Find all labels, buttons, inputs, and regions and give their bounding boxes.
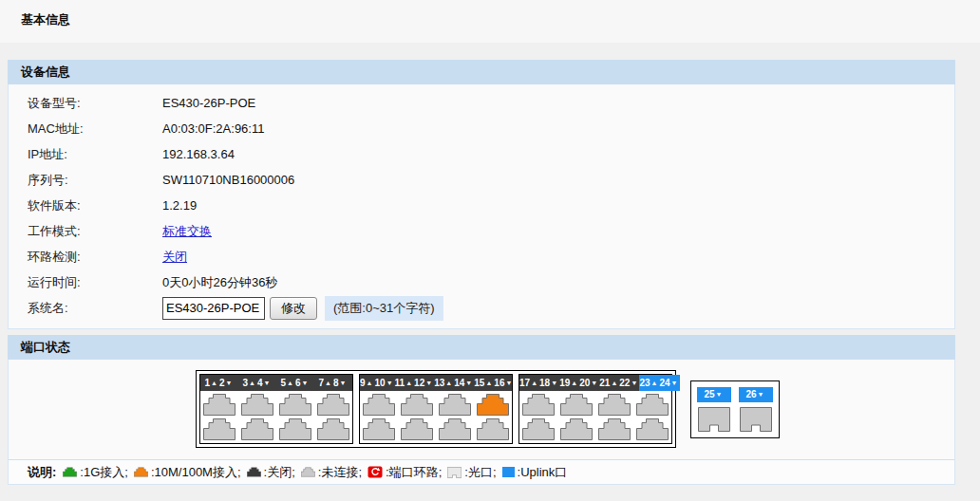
- port-pair-label: 3▲4▼: [238, 375, 276, 391]
- up-triangle-icon: ▲: [211, 380, 217, 386]
- uplink-port-26: 26▼: [739, 387, 773, 432]
- port-number: 14: [454, 378, 464, 388]
- port-icon-12: [401, 418, 433, 440]
- port-pair-label: 21▲22▼: [599, 375, 639, 391]
- down-triangle-icon: ▼: [386, 380, 393, 386]
- legend-item-text: :光口;: [464, 464, 496, 481]
- top-bar: 基本信息: [0, 0, 980, 43]
- port-pair-label: 19▲20▼: [559, 375, 599, 391]
- port-pair-uplink: 23▲24▼: [639, 375, 679, 391]
- legend-item: :1G接入;: [60, 464, 131, 481]
- port-number: 6: [295, 378, 301, 388]
- info-row: 软件版本:1.2.19: [9, 193, 954, 218]
- legend-item: :端口环路;: [365, 464, 444, 481]
- info-row: MAC地址:A0:03:0F:2A:96:11: [9, 116, 954, 141]
- up-triangle-icon: ▲: [325, 380, 331, 386]
- port-icon-21: [598, 394, 631, 416]
- info-row: 序列号:SW110710NB16000006: [9, 167, 954, 193]
- up-triangle-icon: ▲: [611, 380, 617, 386]
- port-group-body: [519, 391, 671, 443]
- port-icon-1: [203, 394, 236, 416]
- port-icon-23: [636, 394, 669, 416]
- device-info-section: 设备信息 设备型号:ES430-26P-POEMAC地址:A0:03:0F:2A…: [8, 60, 955, 329]
- port-pair-label: 11▲12▼: [395, 375, 435, 391]
- port-number: 7: [319, 378, 325, 388]
- port-number: 8: [333, 378, 339, 388]
- port-icon-5: [279, 394, 311, 416]
- info-row-label: 序列号:: [9, 172, 162, 189]
- modify-button[interactable]: 修改: [270, 297, 317, 320]
- info-row-label: MAC地址:: [9, 121, 162, 138]
- legend-item-text: :Uplink口: [518, 464, 568, 481]
- info-row-link[interactable]: 标准交换: [162, 223, 212, 240]
- port-number: 12: [414, 378, 424, 388]
- info-row-label: 设备型号:: [9, 95, 162, 112]
- port-pair-label: 17▲18▼: [519, 375, 559, 391]
- port-group-header: 9▲10▼11▲12▼13▲14▼15▲16▼: [360, 375, 512, 391]
- down-triangle-icon: ▼: [758, 391, 764, 398]
- port-group-header: 1▲2▼3▲4▼5▲6▼7▲8▼: [200, 375, 352, 391]
- info-row-value: ES430-26P-POE: [162, 96, 255, 110]
- port-number: 26: [745, 389, 756, 399]
- port-icon-2: [203, 418, 236, 440]
- up-triangle-icon: ▲: [405, 380, 412, 386]
- port-number: 1: [205, 378, 211, 388]
- port-group-body: [200, 391, 352, 443]
- port-icon-10: [363, 418, 395, 440]
- port-group-body: [360, 391, 512, 443]
- port-group-header: 17▲18▼19▲20▼21▲22▼23▲24▼: [519, 375, 671, 391]
- port-pair-label: 9▲10▼: [360, 375, 395, 391]
- info-row-link[interactable]: 关闭: [162, 249, 187, 266]
- info-row: IP地址:192.168.3.64: [9, 141, 954, 167]
- main-panel: 设备信息 设备型号:ES430-26P-POEMAC地址:A0:03:0F:2A…: [8, 60, 955, 485]
- sfp-port-icon-26: [740, 407, 772, 432]
- legend-item-text: :未连接;: [318, 464, 362, 481]
- port-group-2: 9▲10▼11▲12▼13▲14▼15▲16▼: [359, 374, 513, 444]
- legend-item: :Uplink口: [499, 464, 571, 481]
- info-row: 设备型号:ES430-26P-POE: [9, 90, 954, 116]
- port-number: 17: [519, 378, 530, 388]
- info-row-value: 192.168.3.64: [162, 147, 235, 161]
- legend-100m-icon: [134, 467, 148, 477]
- port-pair-label: 15▲16▼: [474, 375, 514, 391]
- port-icon-22: [598, 418, 631, 440]
- legend-item-text: :端口环路;: [386, 464, 442, 481]
- info-row-value: A0:03:0F:2A:96:11: [162, 121, 264, 136]
- port-number: 13: [434, 378, 444, 388]
- down-triangle-icon: ▼: [551, 380, 557, 386]
- port-pair-label: 1▲2▼: [200, 375, 238, 391]
- down-triangle-icon: ▼: [264, 380, 271, 386]
- legend-item-text: :1G接入;: [80, 464, 128, 481]
- port-icon-24: [636, 418, 669, 440]
- down-triangle-icon: ▼: [716, 391, 723, 398]
- info-row-label: 环路检测:: [9, 249, 162, 266]
- info-row-label: 系统名:: [9, 300, 162, 317]
- port-number: 3: [243, 378, 249, 388]
- system-name-input[interactable]: [162, 297, 265, 320]
- port-icon-11: [401, 394, 433, 416]
- legend-disconnected-icon: [301, 467, 315, 477]
- port-icon-8: [317, 418, 349, 440]
- uplink-port-label-25: 25▼: [697, 387, 731, 402]
- legend-item-text: :10M/100M接入;: [151, 464, 241, 481]
- legend-item: :未连接;: [298, 464, 365, 481]
- uplink-ports-box: 25▼26▼: [690, 380, 780, 438]
- port-pair-label: 5▲6▼: [276, 375, 314, 391]
- port-number: 9: [360, 378, 366, 388]
- legend-uplink-icon: [502, 467, 515, 477]
- port-number: 25: [704, 389, 714, 399]
- up-triangle-icon: ▲: [287, 380, 293, 386]
- legend-fiber-icon: [447, 467, 462, 478]
- legend-loop-icon: [368, 466, 383, 478]
- info-row-label: 运行时间:: [9, 274, 162, 291]
- sfp-port-icon-25: [698, 407, 730, 432]
- port-number: 16: [494, 378, 504, 388]
- port-number: 23: [639, 378, 650, 388]
- up-triangle-icon: ▲: [445, 380, 452, 386]
- up-triangle-icon: ▲: [367, 380, 373, 386]
- port-status-section: 端口状态 1▲2▼3▲4▼5▲6▼7▲8▼9▲10▼11▲12▼13▲14▼15…: [8, 335, 955, 485]
- down-triangle-icon: ▼: [505, 380, 512, 386]
- down-triangle-icon: ▼: [591, 380, 597, 386]
- port-number: 24: [659, 378, 669, 388]
- info-row-value: 0天0小时26分钟36秒: [162, 274, 277, 291]
